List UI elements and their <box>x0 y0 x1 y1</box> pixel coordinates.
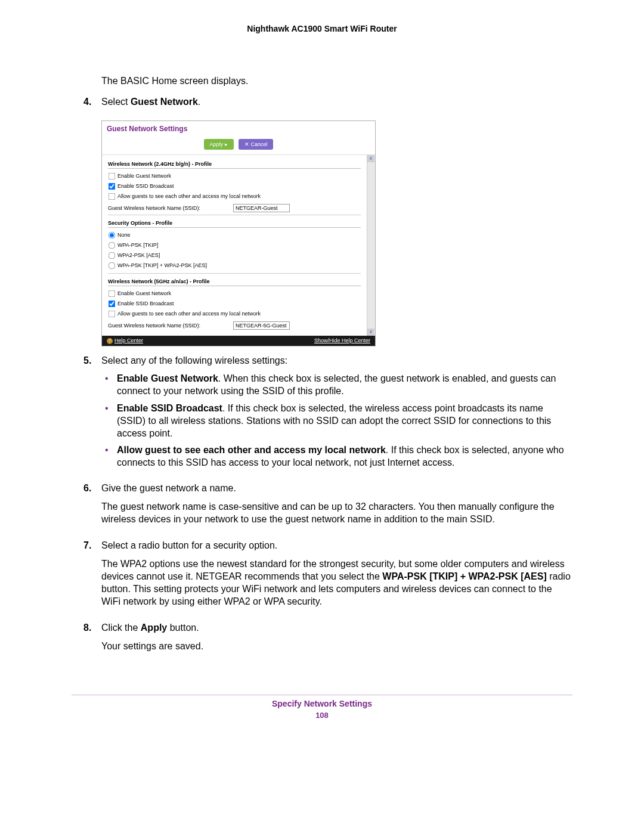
step-8-post: button. <box>167 623 199 633</box>
show-hide-help-link[interactable]: Show/Hide Help Center <box>314 337 370 344</box>
step-5-text: Select any of the following wireless set… <box>101 355 572 367</box>
step-7: 7. Select a radio button for a security … <box>72 540 572 614</box>
step-4: 4. Select Guest Network. <box>72 96 572 114</box>
step-7-p2bold: WPA-PSK [TKIP] + WPA2-PSK [AES] <box>382 571 546 581</box>
step-8-text2: Your settings are saved. <box>101 640 572 653</box>
security-wpa-tkip-radio[interactable] <box>109 241 116 249</box>
ssid-5-label: Guest Wireless Network Name (SSID): <box>108 323 233 329</box>
step-7-num: 7. <box>83 540 101 614</box>
scroll-up-icon[interactable]: ∧ <box>367 155 374 162</box>
page-header-title: Nighthawk AC1900 Smart WiFi Router <box>72 24 572 33</box>
bullet-enable-ssid: Enable SSID Broadcast. If this check box… <box>101 402 572 439</box>
security-wpa-mix-radio[interactable] <box>109 262 116 269</box>
bullet-enable-guest: Enable Guest Network. When this check bo… <box>101 373 572 398</box>
ssid-24-input[interactable] <box>233 204 290 212</box>
step-8-num: 8. <box>83 622 101 659</box>
security-wpa2-aes-label: WPA2-PSK [AES] <box>117 252 160 258</box>
security-wpa-tkip-label: WPA-PSK [TKIP] <box>117 241 158 247</box>
intro-line: The BASIC Home screen displays. <box>101 75 572 88</box>
footer-section: Specify Network Settings <box>72 699 572 708</box>
security-wpa-mix-label: WPA-PSK [TKIP] + WPA2-PSK [AES] <box>117 262 207 268</box>
step-7-text1: Select a radio button for a security opt… <box>101 540 572 552</box>
allow-guests-24-label: Allow guests to see each other and acces… <box>117 193 261 199</box>
apply-button[interactable]: Apply ▸ <box>204 139 234 150</box>
enable-ssid-24-label: Enable SSID Broadcast <box>117 182 174 188</box>
footer-rule <box>72 695 572 695</box>
enable-ssid-5-checkbox[interactable] <box>109 300 116 307</box>
guest-network-screenshot: Guest Network Settings Apply ▸ ✕ Cancel … <box>101 120 376 346</box>
step-4-bold: Guest Network <box>131 97 198 107</box>
security-none-radio[interactable] <box>109 231 116 239</box>
bullet-allow-guests-bold: Allow guest to see each other and access… <box>117 445 386 455</box>
step-6: 6. Give the guest network a name. The gu… <box>72 482 572 531</box>
enable-ssid-24-checkbox[interactable] <box>109 182 116 190</box>
step-5: 5. Select any of the following wireless … <box>72 355 572 474</box>
security-wpa2-aes-radio[interactable] <box>109 252 116 259</box>
step-8-pre: Click the <box>101 623 141 633</box>
scrollbar[interactable]: ∧ ∨ <box>367 155 375 336</box>
bullet-enable-guest-bold: Enable Guest Network <box>117 373 218 383</box>
ssid-5-input[interactable] <box>233 321 290 330</box>
bullet-enable-ssid-bold: Enable SSID Broadcast <box>117 403 222 413</box>
scroll-down-icon[interactable]: ∨ <box>367 329 374 336</box>
bullet-allow-guests: Allow guest to see each other and access… <box>101 444 572 469</box>
enable-guest-24-checkbox[interactable] <box>109 172 116 179</box>
help-center-link[interactable]: Help Center <box>114 337 143 343</box>
footer-page: 108 <box>72 711 572 720</box>
step-4-post: . <box>198 97 200 107</box>
scr-title: Guest Network Settings <box>102 121 375 137</box>
help-icon: ? <box>107 338 113 344</box>
section-24ghz-header: Wireless Network (2.4GHz b/g/n) - Profil… <box>108 159 361 169</box>
step-4-num: 4. <box>83 96 101 114</box>
enable-guest-5-checkbox[interactable] <box>109 290 116 297</box>
step-6-text2: The guest network name is case-sensitive… <box>101 501 572 526</box>
step-6-num: 6. <box>83 482 101 531</box>
step-8-bold: Apply <box>141 623 167 633</box>
cancel-button[interactable]: ✕ Cancel <box>239 139 274 150</box>
allow-guests-5-label: Allow guests to see each other and acces… <box>117 310 261 316</box>
step-8: 8. Click the Apply button. Your settings… <box>72 622 572 659</box>
enable-guest-24-label: Enable Guest Network <box>117 172 171 178</box>
step-5-num: 5. <box>83 355 101 474</box>
security-none-label: None <box>117 231 131 237</box>
enable-guest-5-label: Enable Guest Network <box>117 290 171 296</box>
allow-guests-24-checkbox[interactable] <box>109 193 116 200</box>
security-header: Security Options - Profile <box>108 218 361 228</box>
ssid-24-label: Guest Wireless Network Name (SSID): <box>108 205 233 211</box>
step-4-pre: Select <box>101 97 131 107</box>
section-5ghz-header: Wireless Network (5GHz a/n/ac) - Profile <box>108 276 361 286</box>
step-6-text1: Give the guest network a name. <box>101 482 572 495</box>
allow-guests-5-checkbox[interactable] <box>109 310 116 317</box>
enable-ssid-5-label: Enable SSID Broadcast <box>117 300 174 306</box>
